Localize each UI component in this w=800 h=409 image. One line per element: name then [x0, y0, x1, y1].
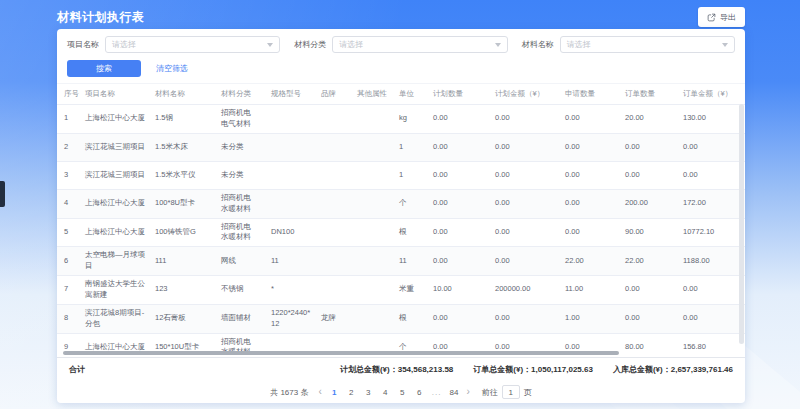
cell: 0.00 [429, 218, 491, 247]
page-number[interactable]: 4 [381, 388, 390, 397]
cell [317, 247, 353, 276]
cell: 7 [57, 276, 81, 305]
cell: 123 [151, 276, 217, 305]
page-number[interactable]: 3 [364, 388, 373, 397]
cell: 0.00 [491, 133, 561, 161]
cell: 上海松江中心大厦 [81, 105, 151, 134]
goto-suffix: 页 [524, 387, 532, 398]
cell: 22.00 [621, 247, 679, 276]
column-header: 品牌 [317, 84, 353, 105]
cell: 0.00 [679, 161, 745, 189]
cell: 22.00 [561, 247, 621, 276]
column-header: 计划金额（¥） [491, 84, 561, 105]
column-header: 申请数量 [561, 84, 621, 105]
summary-items: 计划总金额(¥)：354,568,213.58订单总金额(¥)：1,050,11… [340, 364, 733, 375]
table-row: 7南钢盛达大学生公寓新建123不锈钢*米重10.00200000.0011.00… [57, 276, 745, 305]
cell: 10.00 [429, 276, 491, 305]
cell: kg [395, 105, 429, 134]
table-body: 1上海松江中心大厦1.5钢招商机电 电气材料kg0.000.000.0020.0… [57, 105, 745, 358]
cell: 1.00 [561, 304, 621, 333]
cell: 0.00 [561, 161, 621, 189]
cell: 招商机电 水暖材料 [217, 218, 267, 247]
filter-select-0[interactable]: 请选择 [105, 36, 280, 53]
page-title: 材料计划执行表 [57, 9, 145, 26]
search-button[interactable]: 搜索 [67, 60, 141, 77]
filter-select-2[interactable]: 请选择 [560, 36, 735, 53]
cell: 0.00 [561, 105, 621, 134]
cell: 0.00 [679, 304, 745, 333]
vertical-scrollbar[interactable] [739, 104, 744, 344]
page-number[interactable]: 6 [415, 388, 424, 397]
cell: 0.00 [561, 133, 621, 161]
page-number[interactable]: 84 [449, 388, 458, 397]
column-header: 规格型号 [267, 84, 317, 105]
cell: 0.00 [561, 189, 621, 218]
drawer-handle[interactable] [0, 181, 5, 207]
materials-table: 序号项目名称材料名称材料分类规格型号品牌其他属性单位计划数量计划金额（¥）申请数… [57, 84, 745, 357]
cell: 根 [395, 304, 429, 333]
cell [267, 161, 317, 189]
cell: 0.00 [621, 304, 679, 333]
cell: 0.00 [491, 247, 561, 276]
cell: 80.00 [621, 333, 679, 357]
cell: 0.00 [621, 133, 679, 161]
export-button-label: 导出 [720, 12, 736, 23]
cell: 0.00 [621, 161, 679, 189]
page-number[interactable]: 1 [330, 388, 339, 397]
select-placeholder: 请选择 [112, 39, 136, 50]
table-header-row: 序号项目名称材料名称材料分类规格型号品牌其他属性单位计划数量计划金额（¥）申请数… [57, 84, 745, 105]
table-row: 5上海松江中心大厦100铸铁管G招商机电 水暖材料DN100根0.000.000… [57, 218, 745, 247]
summary-item-label: 入库总金额(¥)： [613, 365, 671, 374]
goto-prefix: 前往 [482, 387, 498, 398]
cell: 1.5钢 [151, 105, 217, 134]
cell [317, 218, 353, 247]
cell: DN100 [267, 218, 317, 247]
cell: 6 [57, 247, 81, 276]
select-placeholder: 请选择 [339, 39, 363, 50]
cell: 0.00 [491, 161, 561, 189]
cell: 上海松江中心大厦 [81, 189, 151, 218]
cell: 12石膏板 [151, 304, 217, 333]
pagination: 共 1673 条 ‹ 123456...84 › 前往 页 [57, 381, 745, 403]
column-header: 其他属性 [353, 84, 395, 105]
cell: 招商机电 水暖材料 [217, 189, 267, 218]
cell: 龙牌 [317, 304, 353, 333]
cell: 0.00 [429, 133, 491, 161]
cell [317, 276, 353, 305]
next-page-icon[interactable]: › [466, 387, 469, 397]
goto-page-input[interactable] [502, 385, 520, 399]
cell [353, 189, 395, 218]
cell: 1.5米水平仪 [151, 161, 217, 189]
cell: 200000.00 [491, 276, 561, 305]
page-number[interactable]: 2 [347, 388, 356, 397]
column-header: 计划数量 [429, 84, 491, 105]
cell: 111 [151, 247, 217, 276]
cell: 招商机电 电气材料 [217, 105, 267, 134]
cell: 上海松江中心大厦 [81, 218, 151, 247]
horizontal-scrollbar[interactable] [63, 351, 619, 355]
cell: 4 [57, 189, 81, 218]
summary-item-value: 2,657,339,761.46 [671, 365, 733, 374]
cell: 200.00 [621, 189, 679, 218]
cell: 1 [395, 133, 429, 161]
column-header: 材料名称 [151, 84, 217, 105]
cell [353, 276, 395, 305]
clear-filters-link[interactable]: 清空筛选 [156, 63, 188, 74]
export-icon [707, 13, 716, 22]
summary-item-label: 订单总金额(¥)： [473, 365, 531, 374]
content-card: 项目名称请选择材料分类请选择材料名称请选择 搜索 清空筛选 序号项目名称材料名称… [57, 29, 745, 403]
page-number[interactable]: 5 [398, 388, 407, 397]
cell: 0.00 [679, 276, 745, 305]
filter-select-1[interactable]: 请选择 [332, 36, 507, 53]
export-button[interactable]: 导出 [698, 7, 745, 27]
cell: 滨江花城三期项目 [81, 161, 151, 189]
summary-item: 计划总金额(¥)：354,568,213.58 [340, 364, 453, 375]
summary-total-label: 合计 [69, 364, 85, 375]
table-row: 1上海松江中心大厦1.5钢招商机电 电气材料kg0.000.000.0020.0… [57, 105, 745, 134]
cell: 太空电梯—月球项目 [81, 247, 151, 276]
table-row: 6太空电梯—月球项目111网线11110.000.0022.0022.00118… [57, 247, 745, 276]
cell: 未分类 [217, 133, 267, 161]
cell: 90.00 [621, 218, 679, 247]
table-row: 8滨江花城8期项目-分包12石膏板墙面辅材1220*2440*12龙牌根0.00… [57, 304, 745, 333]
prev-page-icon[interactable]: ‹ [318, 387, 321, 397]
